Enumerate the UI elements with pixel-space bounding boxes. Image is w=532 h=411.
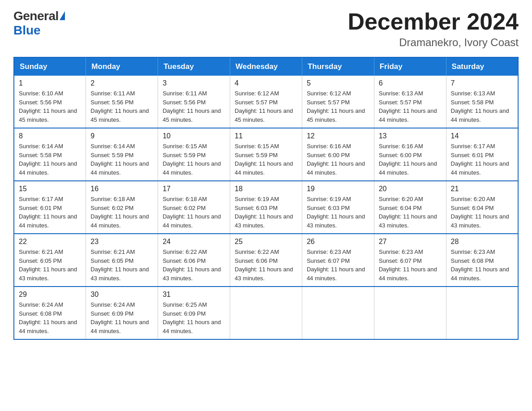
calendar-cell: 5Sunrise: 6:12 AMSunset: 5:57 PMDaylight…	[302, 76, 374, 128]
day-info: Sunrise: 6:18 AMSunset: 6:02 PMDaylight:…	[90, 195, 153, 230]
calendar-cell	[446, 287, 518, 339]
calendar-subtitle: Dramanekro, Ivory Coast	[348, 36, 519, 49]
header-saturday: Saturday	[446, 57, 518, 76]
calendar-cell: 29Sunrise: 6:24 AMSunset: 6:08 PMDayligh…	[14, 287, 86, 339]
calendar-cell: 31Sunrise: 6:25 AMSunset: 6:09 PMDayligh…	[158, 287, 230, 339]
day-number: 18	[235, 185, 297, 193]
calendar-cell: 23Sunrise: 6:21 AMSunset: 6:05 PMDayligh…	[86, 234, 158, 287]
header-tuesday: Tuesday	[158, 57, 230, 76]
calendar-cell: 30Sunrise: 6:24 AMSunset: 6:09 PMDayligh…	[86, 287, 158, 339]
day-info: Sunrise: 6:21 AMSunset: 6:05 PMDaylight:…	[19, 248, 81, 283]
calendar-cell: 21Sunrise: 6:20 AMSunset: 6:04 PMDayligh…	[446, 181, 518, 234]
day-number: 28	[451, 238, 513, 246]
logo-triangle-icon	[60, 11, 65, 20]
day-info: Sunrise: 6:17 AMSunset: 6:01 PMDaylight:…	[19, 195, 81, 230]
day-info: Sunrise: 6:10 AMSunset: 5:56 PMDaylight:…	[19, 89, 81, 124]
day-number: 8	[19, 132, 81, 140]
day-number: 23	[90, 238, 153, 246]
logo-general-text: General	[13, 9, 59, 23]
day-number: 3	[163, 79, 225, 87]
day-number: 5	[307, 79, 369, 87]
calendar-cell	[302, 287, 374, 339]
day-number: 30	[90, 291, 153, 299]
title-section: December 2024 Dramanekro, Ivory Coast	[348, 9, 519, 49]
calendar-cell: 6Sunrise: 6:13 AMSunset: 5:57 PMDaylight…	[374, 76, 446, 128]
day-info: Sunrise: 6:12 AMSunset: 5:57 PMDaylight:…	[307, 89, 369, 124]
day-info: Sunrise: 6:12 AMSunset: 5:57 PMDaylight:…	[235, 89, 297, 124]
day-number: 1	[19, 79, 81, 87]
calendar-title: December 2024	[348, 9, 519, 34]
day-number: 31	[163, 291, 225, 299]
calendar-cell: 9Sunrise: 6:14 AMSunset: 5:59 PMDaylight…	[86, 128, 158, 181]
day-number: 16	[90, 185, 153, 193]
calendar-cell: 17Sunrise: 6:18 AMSunset: 6:02 PMDayligh…	[158, 181, 230, 234]
week-row-4: 22Sunrise: 6:21 AMSunset: 6:05 PMDayligh…	[14, 234, 518, 287]
calendar-cell	[374, 287, 446, 339]
calendar-cell: 22Sunrise: 6:21 AMSunset: 6:05 PMDayligh…	[14, 234, 86, 287]
header-sunday: Sunday	[14, 57, 86, 76]
calendar-cell: 27Sunrise: 6:23 AMSunset: 6:07 PMDayligh…	[374, 234, 446, 287]
calendar-cell: 14Sunrise: 6:17 AMSunset: 6:01 PMDayligh…	[446, 128, 518, 181]
day-number: 6	[379, 79, 442, 87]
day-number: 17	[163, 185, 225, 193]
day-number: 10	[163, 132, 225, 140]
calendar-cell: 2Sunrise: 6:11 AMSunset: 5:56 PMDaylight…	[86, 76, 158, 128]
day-info: Sunrise: 6:23 AMSunset: 6:08 PMDaylight:…	[451, 248, 513, 283]
day-number: 24	[163, 238, 225, 246]
page-header: General Blue December 2024 Dramanekro, I…	[13, 9, 519, 49]
day-info: Sunrise: 6:15 AMSunset: 5:59 PMDaylight:…	[235, 142, 297, 177]
day-info: Sunrise: 6:11 AMSunset: 5:56 PMDaylight:…	[90, 89, 153, 124]
calendar-cell: 10Sunrise: 6:15 AMSunset: 5:59 PMDayligh…	[158, 128, 230, 181]
day-number: 26	[307, 238, 369, 246]
day-number: 12	[307, 132, 369, 140]
header-monday: Monday	[86, 57, 158, 76]
day-info: Sunrise: 6:17 AMSunset: 6:01 PMDaylight:…	[451, 142, 513, 177]
day-info: Sunrise: 6:23 AMSunset: 6:07 PMDaylight:…	[379, 248, 442, 283]
day-info: Sunrise: 6:20 AMSunset: 6:04 PMDaylight:…	[451, 195, 513, 230]
day-info: Sunrise: 6:16 AMSunset: 6:00 PMDaylight:…	[379, 142, 442, 177]
day-info: Sunrise: 6:24 AMSunset: 6:09 PMDaylight:…	[90, 300, 153, 335]
day-info: Sunrise: 6:25 AMSunset: 6:09 PMDaylight:…	[163, 300, 225, 335]
calendar-cell: 4Sunrise: 6:12 AMSunset: 5:57 PMDaylight…	[230, 76, 302, 128]
week-row-3: 15Sunrise: 6:17 AMSunset: 6:01 PMDayligh…	[14, 181, 518, 234]
day-info: Sunrise: 6:19 AMSunset: 6:03 PMDaylight:…	[235, 195, 297, 230]
logo-blue-text: Blue	[13, 23, 41, 38]
day-info: Sunrise: 6:13 AMSunset: 5:57 PMDaylight:…	[379, 89, 442, 124]
calendar-cell: 18Sunrise: 6:19 AMSunset: 6:03 PMDayligh…	[230, 181, 302, 234]
day-number: 4	[235, 79, 297, 87]
day-info: Sunrise: 6:22 AMSunset: 6:06 PMDaylight:…	[235, 248, 297, 283]
day-info: Sunrise: 6:15 AMSunset: 5:59 PMDaylight:…	[163, 142, 225, 177]
calendar-cell: 11Sunrise: 6:15 AMSunset: 5:59 PMDayligh…	[230, 128, 302, 181]
day-info: Sunrise: 6:19 AMSunset: 6:03 PMDaylight:…	[307, 195, 369, 230]
day-number: 2	[90, 79, 153, 87]
day-info: Sunrise: 6:11 AMSunset: 5:56 PMDaylight:…	[163, 89, 225, 124]
day-number: 21	[451, 185, 513, 193]
day-number: 7	[451, 79, 513, 87]
header-wednesday: Wednesday	[230, 57, 302, 76]
calendar-cell: 1Sunrise: 6:10 AMSunset: 5:56 PMDaylight…	[14, 76, 86, 128]
day-number: 11	[235, 132, 297, 140]
calendar-cell: 28Sunrise: 6:23 AMSunset: 6:08 PMDayligh…	[446, 234, 518, 287]
calendar-cell: 12Sunrise: 6:16 AMSunset: 6:00 PMDayligh…	[302, 128, 374, 181]
day-number: 19	[307, 185, 369, 193]
day-info: Sunrise: 6:16 AMSunset: 6:00 PMDaylight:…	[307, 142, 369, 177]
day-info: Sunrise: 6:13 AMSunset: 5:58 PMDaylight:…	[451, 89, 513, 124]
day-number: 14	[451, 132, 513, 140]
calendar-cell: 13Sunrise: 6:16 AMSunset: 6:00 PMDayligh…	[374, 128, 446, 181]
day-info: Sunrise: 6:14 AMSunset: 5:59 PMDaylight:…	[90, 142, 153, 177]
calendar-cell: 7Sunrise: 6:13 AMSunset: 5:58 PMDaylight…	[446, 76, 518, 128]
header-thursday: Thursday	[302, 57, 374, 76]
day-number: 20	[379, 185, 442, 193]
day-info: Sunrise: 6:22 AMSunset: 6:06 PMDaylight:…	[163, 248, 225, 283]
day-info: Sunrise: 6:14 AMSunset: 5:58 PMDaylight:…	[19, 142, 81, 177]
day-info: Sunrise: 6:18 AMSunset: 6:02 PMDaylight:…	[163, 195, 225, 230]
day-info: Sunrise: 6:21 AMSunset: 6:05 PMDaylight:…	[90, 248, 153, 283]
day-number: 22	[19, 238, 81, 246]
calendar-cell: 25Sunrise: 6:22 AMSunset: 6:06 PMDayligh…	[230, 234, 302, 287]
week-row-1: 1Sunrise: 6:10 AMSunset: 5:56 PMDaylight…	[14, 76, 518, 128]
day-number: 9	[90, 132, 153, 140]
calendar-cell: 19Sunrise: 6:19 AMSunset: 6:03 PMDayligh…	[302, 181, 374, 234]
week-row-5: 29Sunrise: 6:24 AMSunset: 6:08 PMDayligh…	[14, 287, 518, 339]
calendar-cell: 15Sunrise: 6:17 AMSunset: 6:01 PMDayligh…	[14, 181, 86, 234]
day-info: Sunrise: 6:24 AMSunset: 6:08 PMDaylight:…	[19, 300, 81, 335]
